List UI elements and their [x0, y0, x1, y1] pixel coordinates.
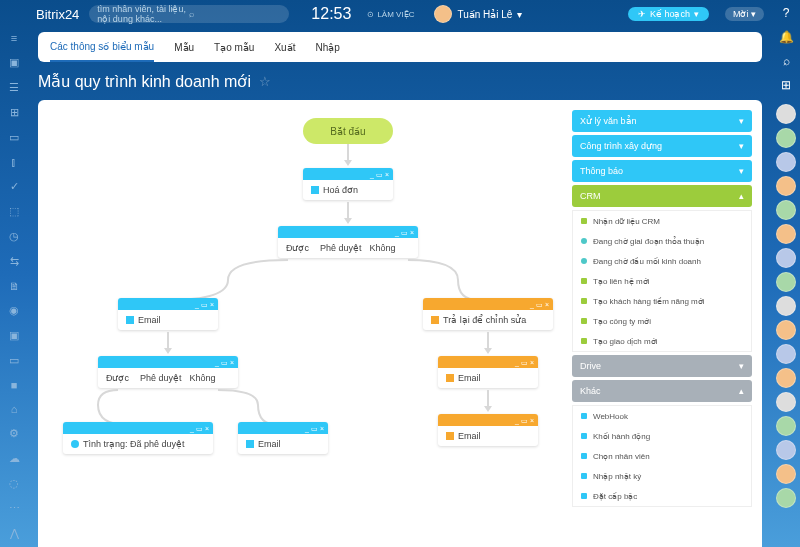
email-node[interactable]: _▭× Email — [438, 414, 538, 446]
action-panel: Xử lý văn bản▾ Công trình xây dựng▾ Thôn… — [572, 110, 752, 507]
avatar[interactable] — [776, 344, 796, 364]
avatar[interactable] — [776, 488, 796, 508]
check-icon — [71, 440, 79, 448]
tab-create[interactable]: Tạo mẫu — [214, 34, 254, 61]
panel-section-other[interactable]: Khác▴ — [572, 380, 752, 402]
doc-icon — [311, 186, 319, 194]
chevron-down-icon: ▾ — [739, 361, 744, 371]
nav-icon[interactable]: ☰ — [7, 81, 21, 94]
logo[interactable]: Bitrix24 — [36, 7, 79, 22]
tab-template[interactable]: Mẫu — [174, 34, 194, 61]
nav-icon[interactable]: ▭ — [7, 354, 21, 367]
email-node[interactable]: _▭× Email — [238, 422, 328, 454]
chevron-down-icon: ▾ — [517, 9, 522, 20]
avatar[interactable] — [776, 368, 796, 388]
nav-icon[interactable]: ▣ — [7, 56, 21, 69]
search-icon: ⌕ — [189, 9, 281, 19]
nav-icon[interactable]: ⋯ — [7, 502, 21, 515]
right-rail: ? 🔔 ⌕ ⊞ — [772, 0, 800, 547]
nav-icon[interactable]: ✓ — [7, 180, 21, 193]
panel-item[interactable]: Chọn nhân viên — [573, 446, 751, 466]
avatar[interactable] — [776, 440, 796, 460]
panel-section[interactable]: Thông báo▾ — [572, 160, 752, 182]
avatar[interactable] — [776, 320, 796, 340]
search-icon[interactable]: ⌕ — [779, 54, 793, 68]
nav-icon[interactable]: ☁ — [7, 452, 21, 465]
nav-icon[interactable]: ⇆ — [7, 255, 21, 268]
invoice-node[interactable]: _▭× Hoá đơn — [303, 168, 393, 200]
page-title: Mẫu quy trình kinh doanh mới — [38, 72, 251, 91]
avatar[interactable] — [776, 128, 796, 148]
left-nav-rail: ≡ ▣ ☰ ⊞ ▭ ⫿ ✓ ⬚ ◷ ⇆ 🗎 ◉ ▣ ▭ ■ ⌂ ⚙ ☁ ◌ ⋯ … — [0, 0, 28, 547]
tab-parameters[interactable]: Các thông số biểu mẫu — [50, 33, 154, 62]
tab-import[interactable]: Nhập — [315, 34, 339, 61]
camera-icon[interactable]: ■ — [7, 379, 21, 391]
nav-icon[interactable]: ▣ — [7, 329, 21, 342]
avatar[interactable] — [776, 200, 796, 220]
nav-icon[interactable]: ⋀ — [7, 527, 21, 540]
panel-section[interactable]: Công trình xây dựng▾ — [572, 135, 752, 157]
panel-item[interactable]: WebHook — [573, 406, 751, 426]
email-node[interactable]: _▭× Email — [438, 356, 538, 388]
workflow-canvas: Bắt đầu _▭× Hoá đơn _▭× ĐượcPhê duyệtKhô… — [38, 100, 762, 547]
plan-button[interactable]: ✈Kế hoạch▾ — [628, 7, 709, 21]
star-icon[interactable]: ☆ — [259, 74, 271, 89]
avatar[interactable] — [776, 152, 796, 172]
avatar[interactable] — [776, 224, 796, 244]
avatar[interactable] — [776, 392, 796, 412]
panel-item[interactable]: Đang chờ giai đoạn thỏa thuận — [573, 231, 751, 251]
panel-section[interactable]: Drive▾ — [572, 355, 752, 377]
nav-icon[interactable]: ◷ — [7, 230, 21, 243]
chevron-down-icon: ▾ — [739, 116, 744, 126]
doc-icon — [431, 316, 439, 324]
panel-item[interactable]: Nhận dữ liệu CRM — [573, 211, 751, 231]
invite-button[interactable]: Mời ▾ — [725, 7, 764, 21]
user-menu[interactable]: Tuấn Hải Lê▾ — [434, 5, 522, 23]
email-node[interactable]: _▭× Email — [118, 298, 218, 330]
avatar[interactable] — [776, 416, 796, 436]
approve-node-2[interactable]: _▭× ĐượcPhê duyệtKhông — [98, 356, 238, 388]
chevron-up-icon: ▴ — [739, 191, 744, 201]
bell-icon[interactable]: 🔔 — [779, 30, 793, 44]
avatar[interactable] — [776, 104, 796, 124]
nav-icon[interactable]: ⫿ — [7, 156, 21, 168]
nav-icon[interactable]: ▭ — [7, 131, 21, 144]
panel-item[interactable]: Đặt cấp bậc — [573, 486, 751, 506]
tabs: Các thông số biểu mẫu Mẫu Tạo mẫu Xuất N… — [38, 32, 762, 62]
help-icon[interactable]: ? — [779, 6, 793, 20]
work-button[interactable]: ⊙LÀM VIỆC — [367, 10, 414, 19]
search-input[interactable]: tìm nhân viên, tài liệu, nội dung khác..… — [89, 5, 289, 23]
nav-icon[interactable]: ◉ — [7, 304, 21, 317]
mail-icon — [126, 316, 134, 324]
return-edit-node[interactable]: _▭× Trả lại để chỉnh sửa — [423, 298, 553, 330]
panel-section[interactable]: Xử lý văn bản▾ — [572, 110, 752, 132]
avatar[interactable] — [776, 248, 796, 268]
grid-icon[interactable]: ⊞ — [779, 78, 793, 92]
approve-node-1[interactable]: _▭× ĐượcPhê duyệtKhông — [278, 226, 418, 258]
menu-icon[interactable]: ≡ — [7, 32, 21, 44]
panel-item[interactable]: Đang chờ đầu mối kinh doanh — [573, 251, 751, 271]
panel-item[interactable]: Khối hành động — [573, 426, 751, 446]
panel-item[interactable]: Tạo khách hàng tiềm năng mới — [573, 291, 751, 311]
nav-icon[interactable]: ⌂ — [7, 403, 21, 415]
avatar[interactable] — [776, 272, 796, 292]
panel-item[interactable]: Tạo liên hệ mới — [573, 271, 751, 291]
avatar[interactable] — [776, 464, 796, 484]
start-node[interactable]: Bắt đầu — [303, 118, 393, 144]
status-node[interactable]: _▭× Tình trạng: Đã phê duyệt — [63, 422, 213, 454]
tab-export[interactable]: Xuất — [274, 34, 295, 61]
panel-item[interactable]: Tạo giao dịch mới — [573, 331, 751, 351]
nav-icon[interactable]: ⬚ — [7, 205, 21, 218]
nav-icon[interactable]: ⚙ — [7, 427, 21, 440]
avatar[interactable] — [776, 296, 796, 316]
panel-section-crm[interactable]: CRM▴ — [572, 185, 752, 207]
nav-icon[interactable]: ◌ — [7, 477, 21, 490]
nav-icon[interactable]: 🗎 — [7, 280, 21, 292]
panel-item[interactable]: Tạo công ty mới — [573, 311, 751, 331]
nav-icon[interactable]: ⊞ — [7, 106, 21, 119]
panel-item[interactable]: Nhập nhật ký — [573, 466, 751, 486]
topbar: Bitrix24 tìm nhân viên, tài liệu, nội du… — [28, 0, 772, 28]
avatar[interactable] — [776, 176, 796, 196]
chevron-down-icon: ▾ — [739, 166, 744, 176]
clock: 12:53 — [311, 5, 351, 23]
